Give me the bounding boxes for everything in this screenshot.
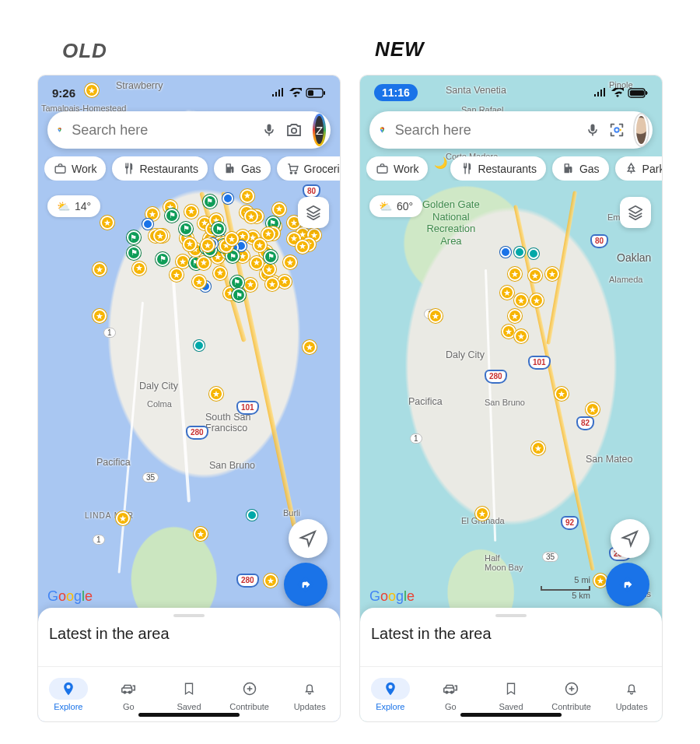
saved-place-pin[interactable] — [528, 248, 539, 259]
saved-place-pin[interactable]: ★ — [265, 277, 279, 291]
saved-place-pin[interactable] — [222, 193, 233, 204]
nav-label: Saved — [499, 702, 523, 711]
saved-place-pin[interactable]: ★ — [194, 527, 208, 541]
saved-place-pin[interactable]: ★ — [213, 266, 227, 280]
mic-icon[interactable] — [585, 118, 600, 142]
saved-place-pin[interactable]: ⚑ — [127, 230, 141, 244]
saved-place-pin[interactable]: ★ — [192, 275, 206, 289]
saved-place-pin[interactable]: ★ — [283, 255, 297, 269]
saved-place-pin[interactable]: ★ — [500, 286, 514, 300]
sheet-handle[interactable] — [173, 614, 205, 617]
saved-place-pin[interactable]: ★ — [93, 262, 107, 276]
car-icon — [117, 678, 139, 700]
car-icon — [439, 678, 461, 700]
saved-place-pin[interactable]: ★ — [296, 240, 310, 254]
highway-shield: 101 — [236, 401, 259, 415]
saved-place-pin[interactable]: ⚑ — [203, 195, 217, 209]
saved-place-pin[interactable]: ★ — [508, 309, 522, 323]
layers-button[interactable] — [298, 197, 329, 228]
saved-place-pin[interactable] — [194, 340, 205, 351]
account-avatar[interactable]: Z — [313, 114, 326, 146]
saved-place-pin[interactable]: ★ — [545, 267, 559, 281]
saved-place-pin[interactable]: ⚑ — [264, 250, 278, 264]
saved-place-pin[interactable]: ★ — [197, 256, 211, 270]
saved-place-pin[interactable]: ★ — [278, 275, 292, 289]
nav-explore[interactable]: Explore — [38, 667, 99, 721]
saved-place-pin[interactable]: ★ — [429, 309, 443, 323]
saved-place-pin[interactable]: ⚑ — [156, 252, 170, 266]
saved-place-pin[interactable]: ★ — [184, 205, 198, 219]
saved-place-pin[interactable]: ⚑ — [165, 209, 179, 223]
my-location-button[interactable] — [289, 519, 327, 558]
search-input[interactable] — [394, 121, 577, 139]
nav-updates[interactable]: Updates — [279, 667, 340, 721]
saved-place-pin[interactable]: ★ — [132, 261, 146, 275]
saved-place-pin[interactable]: ★ — [555, 387, 569, 401]
saved-place-pin[interactable]: ★ — [253, 238, 267, 252]
saved-place-pin[interactable]: ★ — [272, 202, 286, 216]
sheet-handle[interactable] — [495, 614, 527, 617]
saved-place-pin[interactable]: ★ — [116, 511, 130, 525]
nav-label: Explore — [54, 702, 82, 711]
saved-place-pin[interactable]: ★ — [530, 293, 544, 307]
directions-button[interactable] — [606, 563, 649, 606]
saved-place-pin[interactable]: ★ — [528, 268, 542, 283]
saved-place-pin[interactable]: ★ — [586, 402, 600, 416]
chip-restaurants[interactable]: Restaurants — [112, 156, 207, 181]
saved-place-pin[interactable]: ★ — [209, 387, 223, 401]
saved-place-pin[interactable]: ⚑ — [179, 222, 193, 236]
saved-place-pin[interactable]: ★ — [176, 254, 190, 268]
nav-updates[interactable]: Updates — [601, 667, 662, 721]
saved-place-pin[interactable]: ⚑ — [230, 275, 244, 290]
highway-shield: 101 — [528, 356, 551, 370]
bookmark-icon — [178, 678, 200, 700]
lens-icon[interactable] — [285, 118, 303, 142]
saved-place-pin[interactable]: ★ — [264, 574, 278, 588]
chip-work[interactable]: Work — [44, 156, 106, 181]
search-bar[interactable] — [369, 111, 653, 149]
saved-place-pin[interactable]: ★ — [262, 262, 276, 276]
saved-place-pin[interactable] — [500, 247, 511, 258]
chip-parks[interactable]: Parks — [615, 156, 662, 181]
saved-place-pin[interactable] — [247, 510, 257, 521]
weather-chip[interactable]: ⛅14° — [47, 195, 100, 217]
scale-km: 5 km — [541, 591, 590, 600]
chip-gas[interactable]: Gas — [214, 156, 271, 181]
bell-icon — [621, 678, 642, 700]
saved-place-pin[interactable]: ★ — [93, 309, 107, 323]
my-location-button[interactable] — [611, 519, 649, 558]
account-avatar[interactable] — [635, 114, 648, 146]
chip-work[interactable]: Work — [366, 156, 428, 181]
saved-place-pin[interactable]: ★ — [100, 216, 114, 230]
saved-place-pin[interactable]: ★ — [531, 441, 545, 455]
saved-place-pin[interactable]: ★ — [243, 278, 257, 292]
pin-icon — [371, 678, 410, 700]
directions-button[interactable] — [284, 563, 327, 606]
search-bar[interactable]: Z — [47, 111, 331, 149]
bottom-sheet[interactable]: Latest in the area — [360, 608, 662, 667]
saved-place-pin[interactable]: ★ — [508, 267, 522, 281]
category-chips: Work 🌙 Restaurants Gas Parks — [366, 156, 662, 181]
weather-temp: 60° — [397, 200, 413, 212]
saved-place-pin[interactable]: ★ — [170, 268, 184, 282]
lens-icon[interactable] — [608, 118, 625, 142]
saved-place-pin[interactable] — [514, 247, 525, 258]
saved-place-pin[interactable]: ★ — [240, 189, 254, 203]
bottom-sheet[interactable]: Latest in the area — [38, 608, 340, 667]
saved-place-pin[interactable] — [142, 219, 153, 230]
mic-icon[interactable] — [261, 118, 277, 142]
search-input[interactable] — [70, 121, 254, 139]
saved-place-pin[interactable]: ★ — [514, 293, 528, 307]
layers-button[interactable] — [620, 197, 651, 228]
saved-place-pin[interactable]: ⚑ — [212, 222, 226, 236]
saved-place-pin[interactable]: ⚑ — [127, 246, 141, 260]
chip-groceries[interactable]: Groceries — [277, 156, 340, 181]
saved-place-pin[interactable]: ★ — [514, 329, 528, 343]
nav-explore[interactable]: Explore — [360, 667, 421, 721]
chip-restaurants[interactable]: Restaurants — [450, 156, 545, 181]
weather-chip[interactable]: ⛅60° — [369, 195, 422, 217]
saved-place-pin[interactable]: ★ — [183, 237, 197, 251]
chip-gas[interactable]: Gas — [552, 156, 609, 181]
saved-place-pin[interactable]: ★ — [475, 507, 489, 521]
saved-place-pin[interactable]: ★ — [303, 340, 317, 354]
